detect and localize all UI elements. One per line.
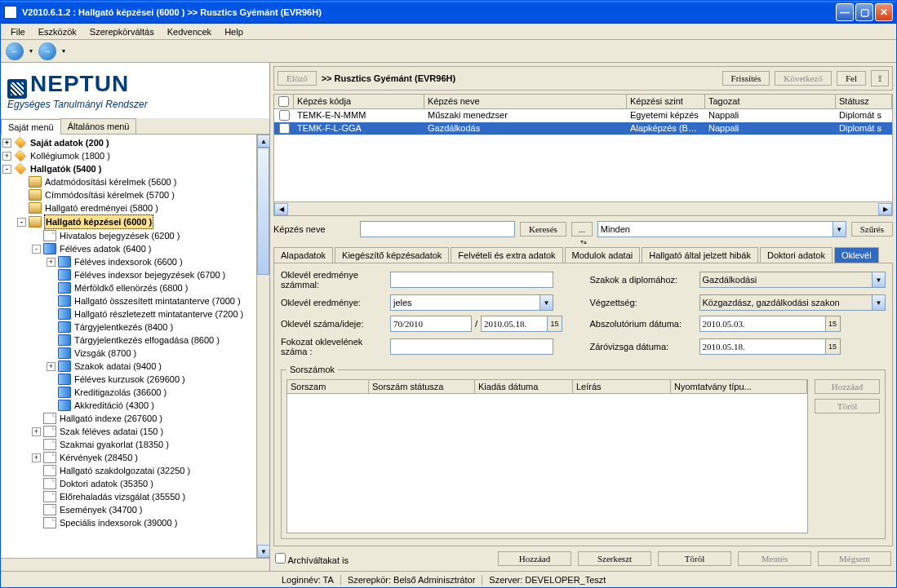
tree-node[interactable]: Speciális indexsorok (39000 ) bbox=[2, 516, 255, 529]
tab-hibak[interactable]: Hallgató által jelzett hibák bbox=[642, 247, 758, 263]
col-form[interactable]: Tagozat bbox=[705, 95, 836, 108]
training-grid[interactable]: Képzés kódja Képzés neve Képzési szint T… bbox=[273, 94, 893, 216]
grid-hscroll[interactable]: ◀ ▶ bbox=[274, 201, 892, 215]
menu-file[interactable]: File bbox=[4, 25, 32, 38]
filter-input[interactable] bbox=[360, 221, 515, 237]
bottom-edit-button[interactable]: Szerkeszt bbox=[578, 551, 651, 566]
close-button[interactable]: ✕ bbox=[875, 3, 893, 21]
nav-fwd-dropdown[interactable]: ▾ bbox=[60, 42, 68, 60]
filter-combo[interactable]: Minden ▼ bbox=[597, 221, 846, 237]
tree-node[interactable]: +Féléves indexsorok (6600 ) bbox=[2, 255, 255, 268]
grid-scroll-right-icon[interactable]: ▶ bbox=[878, 203, 892, 215]
menu-help[interactable]: Help bbox=[218, 25, 250, 38]
expand-icon[interactable]: + bbox=[47, 258, 56, 267]
tab-felv[interactable]: Felvételi és extra adatok bbox=[451, 247, 562, 263]
refresh-button[interactable]: Frissítés bbox=[722, 71, 770, 86]
row-checkbox[interactable] bbox=[279, 110, 290, 121]
serial-del-button[interactable]: Töröl bbox=[815, 399, 880, 413]
fld-absz[interactable] bbox=[699, 316, 826, 332]
bottom-cancel-button[interactable]: Mégsem bbox=[818, 551, 891, 566]
tree-node[interactable]: -Hallgató képzései (6000 ) bbox=[2, 214, 255, 229]
tree-vscroll[interactable]: ▲ ▼ bbox=[256, 135, 269, 558]
tree-node[interactable]: +Szak féléves adatai (150 ) bbox=[2, 425, 255, 438]
calendar-icon[interactable]: 15 bbox=[548, 316, 562, 332]
search-button[interactable]: Keresés bbox=[520, 222, 566, 237]
calendar-icon[interactable]: 15 bbox=[826, 338, 841, 355]
serial-grid[interactable]: Sorszam Sorszám státusza Kiadás dátuma L… bbox=[286, 379, 808, 533]
expand-icon[interactable]: - bbox=[32, 245, 41, 254]
tab-mod[interactable]: Modulok adatai bbox=[565, 247, 641, 263]
tree-node[interactable]: Hallgató szakdolgozatai (32250 ) bbox=[2, 464, 255, 477]
bottom-del-button[interactable]: Töröl bbox=[658, 551, 731, 566]
tree-node[interactable]: Szakmai gyakorlat (18350 ) bbox=[2, 438, 255, 451]
tree-node[interactable]: Vizsgák (8700 ) bbox=[2, 347, 255, 360]
col-name[interactable]: Képzés neve bbox=[424, 95, 627, 108]
archived-checkbox[interactable] bbox=[275, 553, 286, 564]
prev-button[interactable]: Előző bbox=[278, 71, 317, 86]
row-checkbox[interactable] bbox=[279, 123, 290, 134]
expand-icon[interactable]: + bbox=[32, 453, 41, 462]
grid-scroll-left-icon[interactable]: ◀ bbox=[274, 203, 288, 215]
serial-add-button[interactable]: Hozzáad bbox=[815, 379, 880, 394]
tab-kieg[interactable]: Kiegészítő képzésadatok bbox=[335, 247, 449, 263]
fld-fok[interactable] bbox=[390, 338, 553, 355]
chevron-down-icon[interactable]: ▼ bbox=[872, 295, 885, 310]
up-button[interactable]: Fel bbox=[837, 71, 866, 86]
tree-node[interactable]: Doktori adatok (35350 ) bbox=[2, 477, 255, 490]
tree-node[interactable]: Tárgyjelentkezés (8400 ) bbox=[2, 321, 255, 334]
col-level[interactable]: Képzési szint bbox=[627, 95, 705, 108]
tree-node[interactable]: Hivatalos bejegyzések (6200 ) bbox=[2, 229, 255, 242]
tree-node[interactable]: Előrehaladás vizsgálat (35550 ) bbox=[2, 490, 255, 503]
bottom-save-button[interactable]: Mentés bbox=[738, 551, 811, 566]
tree-node[interactable]: Kreditigazolás (36600 ) bbox=[2, 386, 255, 399]
splitter[interactable]: ▾▴ bbox=[273, 239, 893, 244]
nav-fwd-button[interactable]: → bbox=[38, 42, 56, 60]
scol-status[interactable]: Sorszám státusza bbox=[369, 380, 475, 393]
scol-date[interactable]: Kiadás dátuma bbox=[475, 380, 573, 393]
tree-node[interactable]: +Szakok adatai (9400 ) bbox=[2, 360, 255, 373]
tree-node[interactable]: Események (34700 ) bbox=[2, 503, 255, 516]
minimize-button[interactable]: — bbox=[836, 3, 854, 21]
scol-type[interactable]: Nyomtatvány típu... bbox=[671, 380, 807, 393]
col-status[interactable]: Státusz bbox=[836, 95, 892, 108]
browse-button[interactable]: ... bbox=[571, 222, 593, 237]
expand-icon[interactable]: + bbox=[2, 139, 11, 148]
table-row[interactable]: TEMK-E-N-MMMMűszaki menedzserEgyetemi ké… bbox=[274, 109, 892, 122]
tree-node[interactable]: Adatmódosítási kérelmek (5600 ) bbox=[2, 175, 255, 188]
archived-check[interactable]: Archíváltakat is bbox=[275, 553, 349, 565]
col-code[interactable]: Képzés kódja bbox=[294, 95, 424, 108]
tree-node[interactable]: Hallgató részletezett mintatanterve (720… bbox=[2, 307, 255, 321]
expand-icon[interactable]: + bbox=[32, 427, 41, 436]
tab-doktori[interactable]: Doktori adatok bbox=[760, 247, 833, 263]
side-tab-own[interactable]: Saját menü bbox=[1, 119, 61, 135]
tree-node[interactable]: +Kérvények (28450 ) bbox=[2, 451, 255, 464]
side-tab-general[interactable]: Általános menü bbox=[60, 118, 137, 134]
calendar-icon[interactable]: 15 bbox=[826, 316, 841, 332]
tree-node[interactable]: Címmódosítási kérelmek (5700 ) bbox=[2, 188, 255, 201]
fld-szam[interactable] bbox=[390, 316, 472, 332]
tree-node[interactable]: Hallgató összesített mintatanterve (7000… bbox=[2, 294, 255, 307]
fld-szam-date[interactable] bbox=[481, 316, 548, 332]
tree-node[interactable]: +Kollégiumok (1800 ) bbox=[2, 149, 255, 162]
fld-zaro[interactable] bbox=[699, 338, 826, 355]
tree-hscroll[interactable] bbox=[1, 558, 269, 571]
tree-node[interactable]: Féléves indexsor bejegyzések (6700 ) bbox=[2, 268, 255, 281]
expand-icon[interactable]: + bbox=[2, 152, 11, 161]
tree-node[interactable]: Tárgyjelentkezés elfogadása (8600 ) bbox=[2, 334, 255, 347]
tree-node[interactable]: -Féléves adatok (6400 ) bbox=[2, 242, 255, 255]
tree-node[interactable]: Hallgató indexe (267600 ) bbox=[2, 412, 255, 425]
expand-icon[interactable]: - bbox=[2, 165, 11, 174]
combo-szak[interactable]: Gazdálkodási ▼ bbox=[699, 272, 886, 288]
scroll-thumb[interactable] bbox=[257, 148, 269, 275]
tab-oklevel[interactable]: Oklevél bbox=[834, 247, 879, 263]
tree-node[interactable]: Hallgató eredményei (5800 ) bbox=[2, 201, 255, 214]
menu-tools[interactable]: Eszközök bbox=[32, 25, 83, 38]
menu-role[interactable]: Szerepkörváltás bbox=[83, 25, 161, 38]
scroll-down-icon[interactable]: ▼ bbox=[257, 545, 269, 558]
fld-eredm-szam[interactable] bbox=[390, 272, 553, 288]
expand-icon[interactable]: - bbox=[17, 218, 26, 227]
next-button[interactable]: Következő bbox=[775, 71, 832, 86]
filter-button[interactable]: Szűrés bbox=[851, 222, 893, 237]
menu-fav[interactable]: Kedvencek bbox=[161, 25, 218, 38]
scroll-up-icon[interactable]: ▲ bbox=[257, 135, 269, 148]
